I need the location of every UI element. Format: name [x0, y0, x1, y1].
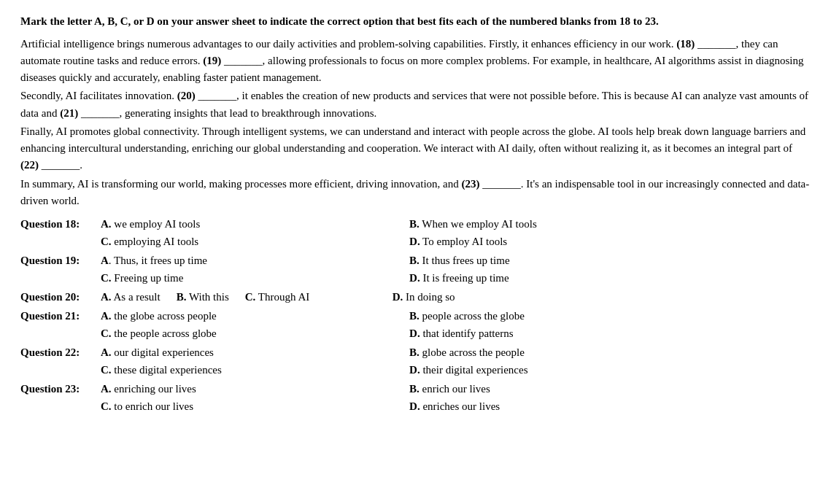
q22-optB: B. globe across the people — [409, 344, 811, 361]
q20-options: A. As a result B. With this C. Through A… — [101, 288, 811, 306]
instructions-text: Mark the letter A, B, C, or D on your an… — [20, 13, 811, 30]
passage-p2: Secondly, AI facilitates innovation. (20… — [20, 88, 811, 122]
q19-optA: A. Thus, it frees up time — [101, 252, 409, 269]
q23-optC: C. to enrich our lives — [101, 398, 409, 415]
q19-optC: C. Freeing up time — [101, 269, 409, 287]
q23-col-left: A. enriching our lives C. to enrich our … — [101, 380, 409, 415]
question-22: Question 22: A. our digital experiences … — [20, 344, 811, 379]
blank-22: (22) — [20, 159, 39, 171]
q18-optA: A. we employ AI tools — [101, 215, 409, 233]
question-23: Question 23: A. enriching our lives C. t… — [20, 380, 811, 415]
q19-options: A. Thus, it frees up time C. Freeing up … — [101, 252, 811, 287]
passage-p3: Finally, AI promotes global connectivity… — [20, 123, 811, 174]
instructions-block: Mark the letter A, B, C, or D on your an… — [20, 13, 811, 30]
passage-block: Artificial intelligence brings numerous … — [20, 36, 811, 210]
q21-options: A. the globe across people C. the people… — [101, 307, 811, 342]
q21-optB: B. people across the globe — [409, 307, 811, 325]
q22-col-right: B. globe across the people D. their digi… — [409, 344, 811, 379]
q18-optB: B. When we employ AI tools — [409, 215, 811, 233]
q19-col-left: A. Thus, it frees up time C. Freeing up … — [101, 252, 409, 287]
blank-21: (21) — [60, 107, 78, 119]
q21-optD: D. that identify patterns — [409, 325, 811, 342]
passage-p1: Artificial intelligence brings numerous … — [20, 36, 811, 87]
q21-label: Question 21: — [20, 307, 101, 342]
blank-18: (18) — [676, 38, 695, 50]
q22-options: A. our digital experiences C. these digi… — [101, 344, 811, 379]
q22-optC: C. these digital experiences — [101, 361, 409, 379]
q23-optA: A. enriching our lives — [101, 380, 409, 398]
question-18: Question 18: A. we employ AI tools C. em… — [20, 215, 811, 250]
q21-optC: C. the people across globe — [101, 325, 409, 342]
q22-optA: A. our digital experiences — [101, 344, 409, 361]
q22-label: Question 22: — [20, 344, 101, 379]
passage-p4: In summary, AI is transforming our world… — [20, 176, 811, 210]
q18-label: Question 18: — [20, 215, 101, 250]
q19-optB: B. It thus frees up time — [409, 252, 811, 269]
q18-col-left: A. we employ AI tools C. employing AI to… — [101, 215, 409, 250]
q19-col-right: B. It thus frees up time D. It is freein… — [409, 252, 811, 287]
q23-optD: D. enriches our lives — [409, 398, 811, 415]
q20-optD: D. In doing so — [393, 288, 455, 306]
blank-20: (20) — [177, 90, 196, 101]
q23-col-right: B. enrich our lives D. enriches our live… — [409, 380, 811, 415]
q23-options: A. enriching our lives C. to enrich our … — [101, 380, 811, 415]
q23-label: Question 23: — [20, 380, 101, 415]
question-21: Question 21: A. the globe across people … — [20, 307, 811, 342]
q20-optB: B. With this — [177, 288, 229, 306]
q18-optD: D. To employ AI tools — [409, 233, 811, 250]
questions-section: Question 18: A. we employ AI tools C. em… — [20, 215, 811, 415]
q18-optC: C. employing AI tools — [101, 233, 409, 250]
q21-col-left: A. the globe across people C. the people… — [101, 307, 409, 342]
question-20: Question 20: A. As a result B. With this… — [20, 288, 811, 306]
q21-col-right: B. people across the globe D. that ident… — [409, 307, 811, 342]
blank-23: (23) — [461, 178, 479, 190]
question-19: Question 19: A. Thus, it frees up time C… — [20, 252, 811, 287]
q19-optD: D. It is freeing up time — [409, 269, 811, 287]
q22-optD: D. their digital experiences — [409, 361, 811, 379]
blank-19: (19) — [203, 55, 221, 66]
q23-optB: B. enrich our lives — [409, 380, 811, 398]
q20-optA: A. As a result — [101, 288, 161, 306]
q20-optC: C. Through AI — [245, 288, 376, 306]
q18-options: A. we employ AI tools C. employing AI to… — [101, 215, 811, 250]
q20-label: Question 20: — [20, 288, 101, 306]
q19-label: Question 19: — [20, 252, 101, 287]
q22-col-left: A. our digital experiences C. these digi… — [101, 344, 409, 379]
q18-col-right: B. When we employ AI tools D. To employ … — [409, 215, 811, 250]
q21-optA: A. the globe across people — [101, 307, 409, 325]
